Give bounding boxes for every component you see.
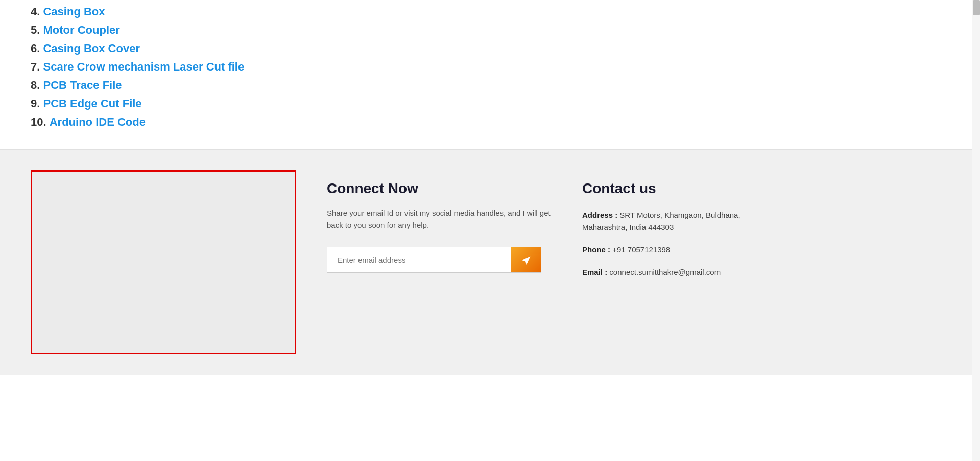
arrow-icon (521, 255, 531, 265)
email-value: connect.sumitthakre@gmail.com (609, 268, 721, 276)
connect-title: Connect Now (327, 180, 552, 197)
list-number: 10. (31, 116, 46, 128)
top-section: 4. Casing Box 5. Motor Coupler 6. Casing… (0, 0, 980, 150)
scrollbar-thumb[interactable] (973, 0, 980, 15)
list-item: 6. Casing Box Cover (31, 42, 949, 55)
email-label: Email : (582, 268, 607, 276)
list-link[interactable]: Casing Box (43, 5, 105, 18)
list-number: 5. (31, 24, 40, 36)
list-number: 8. (31, 79, 40, 91)
phone-value: +91 7057121398 (612, 245, 670, 254)
connect-section: Connect Now Share your email Id or visit… (327, 170, 552, 273)
file-list: 4. Casing Box 5. Motor Coupler 6. Casing… (31, 5, 949, 129)
list-item: 5. Motor Coupler (31, 24, 949, 37)
list-item: 7. Scare Crow mechanism Laser Cut file (31, 60, 949, 74)
scrollbar[interactable] (972, 0, 980, 375)
connect-description: Share your email Id or visit my social m… (327, 207, 552, 232)
contact-address: Address : SRT Motors, Khamgaon, Buldhana… (582, 209, 776, 234)
list-number: 4. (31, 5, 40, 18)
list-number: 6. (31, 42, 40, 55)
list-number: 9. (31, 97, 40, 110)
address-label: Address : (582, 211, 617, 219)
contact-email: Email : connect.sumitthakre@gmail.com (582, 266, 776, 279)
contact-title: Contact us (582, 180, 776, 197)
email-form (327, 247, 541, 273)
list-link[interactable]: Casing Box Cover (43, 42, 140, 55)
phone-label: Phone : (582, 245, 610, 254)
contact-section: Contact us Address : SRT Motors, Khamgao… (582, 170, 776, 289)
list-item: 10. Arduino IDE Code (31, 116, 949, 129)
email-input[interactable] (327, 247, 511, 272)
list-link[interactable]: Scare Crow mechanism Laser Cut file (43, 60, 244, 73)
list-item: 9. PCB Edge Cut File (31, 97, 949, 110)
list-item: 4. Casing Box (31, 5, 949, 18)
list-link[interactable]: Arduino IDE Code (50, 116, 146, 128)
footer-section: Connect Now Share your email Id or visit… (0, 150, 980, 375)
email-submit-button[interactable] (511, 247, 541, 272)
contact-phone: Phone : +91 7057121398 (582, 244, 776, 256)
image-placeholder (31, 170, 296, 354)
list-number: 7. (31, 60, 40, 73)
list-link[interactable]: Motor Coupler (43, 24, 119, 36)
list-link[interactable]: PCB Edge Cut File (43, 97, 141, 110)
list-item: 8. PCB Trace File (31, 79, 949, 92)
list-link[interactable]: PCB Trace File (43, 79, 122, 91)
